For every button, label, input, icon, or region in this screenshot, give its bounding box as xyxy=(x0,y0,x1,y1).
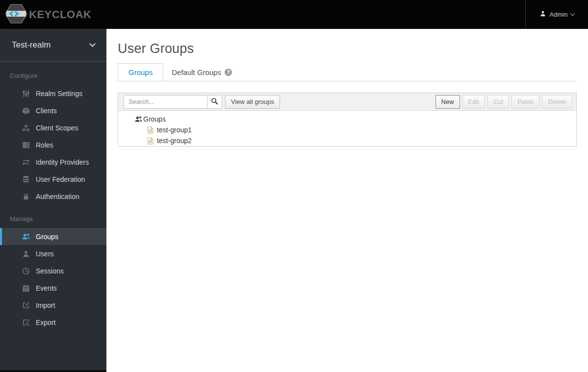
sidebar-item-label: Clients xyxy=(36,107,57,115)
sidebar-item-label: Events xyxy=(36,284,57,292)
tree-node-label: test-group2 xyxy=(157,137,192,145)
database-icon xyxy=(22,175,30,183)
file-icon xyxy=(147,126,153,134)
groups-tree: Groups test-group1 test-group2 xyxy=(118,111,576,146)
paste-button[interactable]: Paste xyxy=(511,95,539,109)
sidebar-item-groups[interactable]: Groups xyxy=(0,228,106,245)
keycloak-logo[interactable]: KEYCLOAK xyxy=(5,0,91,29)
tree-node-test-group2[interactable]: test-group2 xyxy=(147,135,196,146)
sidebar-item-label: Client Scopes xyxy=(36,124,78,132)
sidebar-item-events[interactable]: Events xyxy=(0,279,106,297)
cut-button[interactable]: Cut xyxy=(487,95,509,109)
brand-wordmark: KEYCLOAK xyxy=(29,8,91,21)
sidebar-item-identity-providers[interactable]: Identity Providers xyxy=(0,153,106,171)
sidebar-item-user-federation[interactable]: User Federation xyxy=(0,171,106,188)
exchange-arrows-icon xyxy=(22,158,30,166)
edit-button[interactable]: Edit xyxy=(462,95,485,109)
chevron-down-icon xyxy=(89,41,96,47)
search-group xyxy=(124,95,222,109)
file-icon xyxy=(147,137,153,145)
tab-label: Groups xyxy=(128,68,153,76)
top-navbar: KEYCLOAK Admin xyxy=(0,0,588,29)
tab-label: Default Groups xyxy=(172,68,221,76)
tree-node-label: test-group1 xyxy=(157,126,192,134)
sidebar-item-users[interactable]: Users xyxy=(0,245,106,262)
realm-name: Test-realm xyxy=(12,40,51,50)
sidebar-item-export[interactable]: Export xyxy=(0,314,106,331)
sliders-icon xyxy=(22,89,30,98)
realm-selector[interactable]: Test-realm xyxy=(0,29,106,62)
sidebar-item-label: Export xyxy=(36,319,55,326)
sidebar-item-label: Import xyxy=(36,301,55,309)
tree-node-test-group1[interactable]: test-group1 xyxy=(147,124,196,135)
sidebar-item-label: Groups xyxy=(36,233,58,241)
user-dropdown[interactable]: Admin xyxy=(525,0,588,29)
sidebar-item-label: Roles xyxy=(36,141,53,149)
tab-default-groups[interactable]: Default Groups ? xyxy=(163,63,240,81)
tasks-icon xyxy=(22,141,30,149)
users-icon xyxy=(134,116,142,123)
sidebar-item-sessions[interactable]: Sessions xyxy=(0,262,106,279)
sidebar-item-label: Authentication xyxy=(36,193,79,200)
group-actions: New Edit Cut Paste Delete xyxy=(435,95,572,109)
page-title: User Groups xyxy=(118,41,577,56)
search-button[interactable] xyxy=(207,95,222,109)
sidebar-item-label: Sessions xyxy=(36,267,64,275)
user-icon xyxy=(539,10,546,19)
tree-node-label: Groups xyxy=(143,115,166,123)
sidebar-item-authentication[interactable]: Authentication xyxy=(0,188,106,205)
sidebar-item-label: Users xyxy=(36,250,54,258)
sidebar-item-roles[interactable]: Roles xyxy=(0,136,106,153)
users-icon xyxy=(22,232,30,241)
import-icon xyxy=(22,301,30,309)
sidebar-item-label: Identity Providers xyxy=(36,158,89,166)
tab-groups[interactable]: Groups xyxy=(118,63,163,81)
view-all-groups-button[interactable]: View all groups xyxy=(225,95,280,109)
new-button[interactable]: New xyxy=(435,95,460,109)
sidebar-item-realm-settings[interactable]: Realm Settings xyxy=(0,85,106,102)
tree-node-groups-root[interactable]: Groups xyxy=(134,114,170,124)
sidebar-section-manage: Manage xyxy=(0,215,106,223)
groups-toolbar: View all groups New Edit Cut Paste Delet… xyxy=(118,93,576,111)
chevron-down-icon xyxy=(570,11,575,16)
search-input[interactable] xyxy=(124,95,207,109)
delete-button[interactable]: Delete xyxy=(542,95,572,109)
cubes-icon xyxy=(22,124,30,132)
keycloak-hexagon-icon xyxy=(5,3,27,26)
clock-icon xyxy=(22,267,30,275)
lock-icon xyxy=(22,192,30,200)
tab-bar: Groups Default Groups ? xyxy=(118,63,577,81)
sidebar: Test-realm Configure Realm Settings Clie… xyxy=(0,29,106,372)
user-icon xyxy=(22,249,30,258)
sidebar-item-label: User Federation xyxy=(36,175,85,183)
export-icon xyxy=(22,318,30,326)
sidebar-item-client-scopes[interactable]: Client Scopes xyxy=(0,119,106,136)
keycloak-admin-console: KEYCLOAK Admin Test-realm Configure Real… xyxy=(0,0,588,372)
calendar-icon xyxy=(22,284,30,292)
sidebar-item-label: Realm Settings xyxy=(36,90,82,98)
search-icon xyxy=(211,98,218,106)
help-icon[interactable]: ? xyxy=(225,69,232,76)
sidebar-section-configure: Configure xyxy=(0,72,106,79)
user-name: Admin xyxy=(550,11,568,18)
groups-panel: View all groups New Edit Cut Paste Delet… xyxy=(118,93,577,147)
cube-icon xyxy=(22,106,30,115)
sidebar-item-import[interactable]: Import xyxy=(0,297,106,314)
main-content: User Groups Groups Default Groups ? xyxy=(106,29,588,372)
sidebar-item-clients[interactable]: Clients xyxy=(0,102,106,119)
